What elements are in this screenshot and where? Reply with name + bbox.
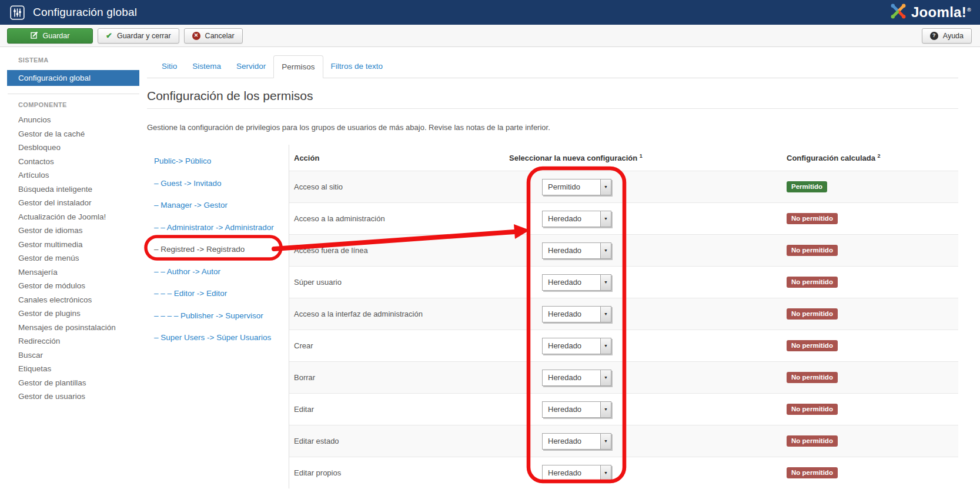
main-content: SitioSistemaServidorPermisosFiltros de t… bbox=[147, 47, 958, 488]
action-label: Editar propios bbox=[289, 468, 504, 477]
permission-select[interactable]: Heredado ▼ bbox=[542, 338, 611, 354]
user-group-item[interactable]: – – – – Publisher -> Supervisor bbox=[147, 305, 289, 327]
permission-row: Editar propios Heredado ▼ No permitido bbox=[289, 457, 958, 488]
dropdown-arrow-icon[interactable]: ▼ bbox=[600, 465, 611, 481]
footnote-ref-2: 2 bbox=[878, 153, 881, 159]
status-badge: No permitido bbox=[787, 277, 838, 288]
dropdown-arrow-icon[interactable]: ▼ bbox=[600, 179, 611, 195]
sidebar-item[interactable]: Anuncios bbox=[0, 113, 147, 127]
permission-select-value: Heredado bbox=[543, 373, 600, 382]
permission-select[interactable]: Heredado ▼ bbox=[542, 370, 611, 386]
sidebar-item[interactable]: Gestor de módulos bbox=[0, 279, 147, 293]
dropdown-arrow-icon[interactable]: ▼ bbox=[600, 338, 611, 354]
user-group-item[interactable]: – Guest -> Invitado bbox=[147, 172, 289, 195]
sidebar-item-global-configuration[interactable]: Configuración global bbox=[7, 70, 139, 86]
save-button[interactable]: Guardar bbox=[7, 28, 93, 44]
action-label: Acceso a la interfaz de administración bbox=[289, 310, 504, 318]
permission-row: Acceso a la interfaz de administración H… bbox=[289, 298, 958, 330]
action-label: Editar estado bbox=[289, 437, 504, 445]
permission-select[interactable]: Heredado ▼ bbox=[542, 242, 611, 259]
dropdown-arrow-icon[interactable]: ▼ bbox=[600, 211, 611, 227]
sidebar-item[interactable]: Gestor de la caché bbox=[0, 127, 147, 141]
table-body: Acceso al sitio Permitido ▼ Permitido Ac… bbox=[289, 171, 958, 488]
permission-select[interactable]: Heredado ▼ bbox=[542, 401, 611, 418]
dropdown-arrow-icon[interactable]: ▼ bbox=[600, 434, 611, 449]
permission-select-value: Heredado bbox=[543, 278, 600, 287]
permission-select-value: Heredado bbox=[543, 341, 600, 350]
permissions-heading: Configuración de los permisos bbox=[147, 88, 958, 104]
user-group-item[interactable]: – – – Editor -> Editor bbox=[147, 282, 289, 305]
status-badge: No permitido bbox=[787, 308, 838, 320]
sidebar-item[interactable]: Búsqueda inteligente bbox=[0, 182, 147, 197]
user-group-item[interactable]: – Registred -> Registrado bbox=[147, 238, 289, 261]
action-label: Borrar bbox=[289, 373, 504, 382]
sidebar-item[interactable]: Gestor de menús bbox=[0, 251, 147, 265]
registered-mark: ® bbox=[967, 7, 971, 13]
action-label: Acceso al sitio bbox=[289, 182, 504, 191]
sidebar-item[interactable]: Gestor de plantillas bbox=[0, 376, 147, 390]
sidebar-item[interactable]: Gestor de usuarios bbox=[0, 390, 147, 404]
sidebar-item[interactable]: Gestor del instalador bbox=[0, 196, 147, 210]
action-label: Crear bbox=[289, 341, 504, 350]
help-button[interactable]: ? Ayuda bbox=[922, 28, 972, 44]
tab-bar: SitioSistemaServidorPermisosFiltros de t… bbox=[147, 55, 958, 78]
permission-select[interactable]: Heredado ▼ bbox=[542, 274, 611, 291]
sidebar-item[interactable]: Contactos bbox=[0, 155, 147, 169]
permissions-description: Gestione la configuración de privilegios… bbox=[147, 123, 958, 132]
sidebar-item[interactable]: Gestor de idiomas bbox=[0, 224, 147, 238]
permission-select[interactable]: Heredado ▼ bbox=[542, 306, 611, 322]
dropdown-arrow-icon[interactable]: ▼ bbox=[600, 275, 611, 290]
sidebar-component-header: COMPONENTE bbox=[18, 101, 147, 108]
status-badge: No permitido bbox=[787, 372, 838, 384]
sidebar-item[interactable]: Etiquetas bbox=[0, 362, 147, 376]
sidebar-system-header: SISTEMA bbox=[18, 56, 147, 64]
sidebar-item[interactable]: Mensajería bbox=[0, 265, 147, 280]
edit-icon bbox=[31, 31, 38, 41]
permission-select-value: Heredado bbox=[543, 310, 600, 318]
action-label: Súper usuario bbox=[289, 278, 504, 287]
permission-select[interactable]: Heredado ▼ bbox=[542, 433, 611, 450]
toolbar: Guardar ✔ Guardar y cerrar ✕ Cancelar ? … bbox=[0, 25, 980, 47]
tab[interactable]: Sitio bbox=[154, 55, 185, 78]
dropdown-arrow-icon[interactable]: ▼ bbox=[600, 243, 611, 258]
sidebar-item[interactable]: Buscar bbox=[0, 348, 147, 362]
tab[interactable]: Servidor bbox=[229, 55, 273, 78]
cancel-button[interactable]: ✕ Cancelar bbox=[184, 28, 243, 44]
tab[interactable]: Filtros de texto bbox=[323, 55, 391, 78]
permission-select[interactable]: Permitido ▼ bbox=[542, 179, 611, 195]
sidebar-item[interactable]: Gestor multimedia bbox=[0, 238, 147, 252]
sidebar-item[interactable]: Redirección bbox=[0, 334, 147, 348]
user-group-item[interactable]: – Super Users -> Súper Usuarios bbox=[147, 327, 289, 349]
dropdown-arrow-icon[interactable]: ▼ bbox=[600, 402, 611, 417]
permissions-table: Acción Seleccionar la nueva configuració… bbox=[289, 145, 958, 488]
permission-row: Crear Heredado ▼ No permitido bbox=[289, 330, 958, 361]
sidebar-item[interactable]: Canales electrónicos bbox=[0, 293, 147, 307]
tab[interactable]: Sistema bbox=[185, 55, 229, 78]
tab[interactable]: Permisos bbox=[273, 55, 323, 78]
permission-select-value: Heredado bbox=[543, 437, 600, 445]
dropdown-arrow-icon[interactable]: ▼ bbox=[600, 307, 611, 322]
user-group-item[interactable]: Public-> Público bbox=[147, 150, 289, 172]
permission-select-value: Heredado bbox=[543, 214, 600, 223]
sidebar-item[interactable]: Mensajes de posinstalación bbox=[0, 321, 147, 335]
sidebar-item[interactable]: Artículos bbox=[0, 168, 147, 182]
user-group-item[interactable]: – – Author -> Autor bbox=[147, 261, 289, 283]
sidebar-item[interactable]: Desbloqueo bbox=[0, 141, 147, 155]
permission-row: Acceso al sitio Permitido ▼ Permitido bbox=[289, 171, 958, 202]
sidebar-item[interactable]: Actualización de Joomla! bbox=[0, 210, 147, 224]
permission-select[interactable]: Heredado ▼ bbox=[542, 465, 611, 481]
permission-select[interactable]: Heredado ▼ bbox=[542, 211, 611, 227]
permission-row: Editar estado Heredado ▼ No permitido bbox=[289, 425, 958, 457]
save-close-button[interactable]: ✔ Guardar y cerrar bbox=[98, 28, 179, 44]
permission-row: Súper usuario Heredado ▼ No permitido bbox=[289, 266, 958, 298]
sidebar-item[interactable]: Gestor de plugins bbox=[0, 307, 147, 321]
footnote-ref-1: 1 bbox=[640, 153, 643, 159]
user-group-item[interactable]: – – Administrator -> Administrador bbox=[147, 217, 289, 239]
table-header-row: Acción Seleccionar la nueva configuració… bbox=[289, 145, 958, 171]
joomla-wordmark: Joomla!® bbox=[911, 4, 971, 21]
global-configuration-page: Configuración global Joomla!® bbox=[0, 0, 980, 489]
sidebar-component-list: AnunciosGestor de la cachéDesbloqueoCont… bbox=[0, 113, 147, 404]
status-badge: No permitido bbox=[787, 467, 838, 479]
dropdown-arrow-icon[interactable]: ▼ bbox=[600, 370, 611, 385]
user-group-item[interactable]: – Manager -> Gestor bbox=[147, 194, 289, 217]
